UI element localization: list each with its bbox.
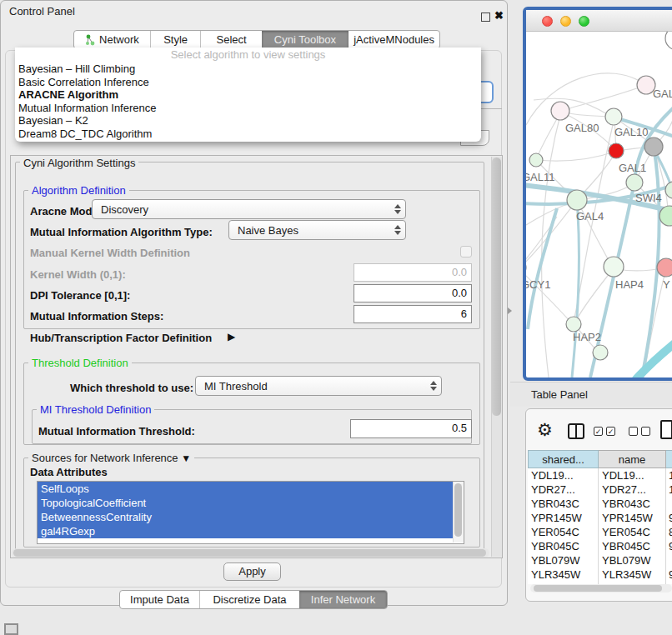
settings-vscrollbar-thumb[interactable] [492, 158, 501, 416]
aracne-mode-select[interactable]: Discovery [92, 199, 406, 219]
mi-type-label: Mutual Information Algorithm Type: [30, 226, 213, 238]
network-icon [85, 34, 96, 46]
tab-style[interactable]: Style [150, 31, 201, 48]
tab-label: Discretize Data [213, 593, 286, 606]
stepper-arrows-icon [390, 225, 405, 235]
network-node[interactable] [665, 32, 672, 50]
network-node[interactable] [551, 102, 569, 120]
checked-box-icon: ✓ [606, 427, 615, 436]
column-header-name[interactable]: name [599, 450, 666, 468]
close-window-button[interactable] [542, 16, 553, 27]
network-node-label: GCY1 [526, 278, 550, 291]
cell-extra: 9. [666, 511, 672, 525]
table-row[interactable]: YBR045C YBR045C 9. [528, 539, 672, 553]
mi-steps-input[interactable]: 6 [354, 305, 472, 323]
expand-arrow-icon[interactable]: ▶ [228, 331, 235, 342]
kernel-width-label: Kernel Width (0,1): [30, 268, 126, 281]
data-attribute-item[interactable]: BetweennessCentrality [38, 510, 453, 524]
cell-extra: 9. [666, 568, 672, 582]
data-attribute-item[interactable]: SelfLoops [38, 482, 453, 496]
settings-gear-icon[interactable]: ⚙ [537, 420, 553, 440]
table-row[interactable]: YBL079W YBL079W [528, 553, 672, 568]
stepper-arrows-icon [426, 381, 441, 391]
which-threshold-label: Which threshold to use: [70, 382, 193, 394]
table-body: YDL19... YDL19... 13 YDR27... YDR27... 1… [528, 468, 672, 584]
algorithm-option[interactable]: Mutual Information Inference [15, 102, 481, 115]
float-window-icon[interactable] [481, 12, 490, 22]
minimized-panel-icon[interactable] [4, 623, 18, 635]
column-selector-icon[interactable] [568, 423, 584, 439]
collapse-arrow-icon[interactable]: ▼ [181, 452, 191, 464]
network-canvas[interactable]: GALGAL80GAL10GAL11GAL1GAL4SWI4GCY1HAP4YH… [526, 32, 672, 378]
tab-label: Impute Data [130, 593, 189, 606]
data-attribute-item[interactable]: gal4RGexp [38, 524, 453, 538]
cell-extra: 13 [666, 468, 672, 482]
algorithm-option[interactable]: Bayesian – Hill Climbing [15, 62, 481, 76]
network-node[interactable] [604, 257, 624, 277]
attribute-items: SelfLoops TopologicalCoefficient Between… [38, 482, 464, 538]
network-node[interactable] [605, 108, 622, 125]
column-header-shared-name[interactable]: shared... [528, 450, 599, 468]
settings-hscrollbar-thumb[interactable] [13, 549, 486, 557]
select-all-icon[interactable]: ✓ ✓ [594, 427, 615, 436]
cell-extra [666, 497, 672, 511]
network-node[interactable] [566, 317, 581, 332]
network-node[interactable] [593, 345, 608, 360]
apply-button[interactable]: Apply [223, 562, 281, 581]
network-edge [564, 85, 646, 110]
mi-steps-label: Mutual Information Steps: [30, 310, 163, 322]
network-node[interactable] [567, 190, 587, 210]
tab-label: Network [99, 33, 139, 46]
network-node[interactable] [657, 258, 672, 277]
table-row[interactable]: YDL19... YDL19... 13 [528, 468, 672, 482]
stepper-arrows-icon [390, 204, 405, 214]
tab-network[interactable]: Network [74, 31, 150, 48]
table-row[interactable]: YDR27... YDR27... 12 [528, 482, 672, 497]
network-node[interactable] [644, 138, 663, 156]
export-table-icon[interactable] [660, 420, 672, 439]
cell-extra: 9. [666, 539, 672, 553]
table-hscrollbar-thumb[interactable] [534, 585, 662, 592]
algorithm-option[interactable]: Bayesian – K2 [15, 114, 481, 128]
column-header-extra[interactable] [666, 450, 672, 468]
network-node[interactable] [626, 174, 643, 191]
table-row[interactable]: YLR345W YLR345W 9. [528, 568, 672, 582]
tab-infer-network[interactable]: Infer Network [299, 591, 387, 608]
network-node-label: GAL4 [576, 210, 604, 222]
cell-shared-name: YER054C [528, 525, 599, 539]
minimize-window-button[interactable] [560, 16, 571, 27]
table-row[interactable]: YER054C YER054C 8. [528, 525, 672, 539]
tab-cyni-toolbox[interactable]: Cyni Toolbox [262, 31, 349, 48]
manual-kernel-checkbox[interactable] [460, 246, 472, 258]
cell-shared-name: YBR043C [528, 497, 599, 511]
deselect-all-icon[interactable] [629, 427, 650, 436]
kernel-width-input[interactable]: 0.0 [354, 263, 472, 282]
algorithm-option[interactable]: Basic Correlation Inference [15, 76, 481, 89]
table-row[interactable]: YBR043C YBR043C [528, 497, 672, 511]
close-icon[interactable]: ✖ [494, 9, 504, 22]
network-node[interactable] [609, 143, 624, 158]
algorithm-option[interactable]: ARACNE Algorithm [15, 88, 481, 102]
tab-jactivemnodules[interactable]: jActiveMNodules [349, 31, 439, 48]
algorithm-option[interactable]: Dream8 DC_TDC Algorithm [15, 128, 481, 141]
splitter-handle[interactable] [508, 308, 512, 314]
cell-shared-name: YDL19... [528, 468, 599, 482]
mi-threshold-label: Mutual Information Threshold: [38, 425, 195, 438]
table-row[interactable]: YPR145W YPR145W 9. [528, 511, 672, 525]
tab-discretize-data[interactable]: Discretize Data [199, 591, 299, 608]
mi-algorithm-type-select[interactable]: Naive Bayes [228, 220, 406, 240]
dpi-tolerance-input[interactable]: 0.0 [354, 284, 472, 302]
tab-impute-data[interactable]: Impute Data [120, 591, 199, 608]
network-edge [526, 200, 577, 267]
network-node-label: GAL10 [614, 126, 648, 138]
mi-threshold-input[interactable]: 0.5 [350, 419, 472, 438]
network-node[interactable] [529, 153, 543, 167]
network-window-titlebar[interactable] [526, 10, 672, 32]
tab-select[interactable]: Select [200, 31, 261, 48]
network-node-label: GAL1 [619, 162, 646, 174]
network-node-label: SWI4 [635, 192, 662, 204]
which-threshold-select[interactable]: MI Threshold [195, 376, 442, 396]
zoom-window-button[interactable] [579, 16, 589, 27]
list-vscrollbar-thumb[interactable] [454, 483, 462, 537]
data-attribute-item[interactable]: TopologicalCoefficient [38, 496, 453, 510]
